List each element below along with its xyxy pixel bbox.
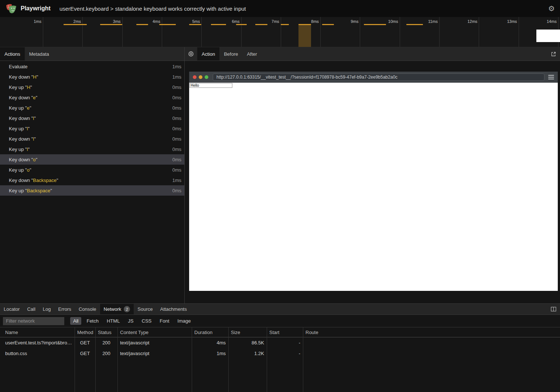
timeline-action-bar — [322, 24, 334, 25]
timeline-action-bar — [64, 24, 87, 25]
column-header[interactable]: Content Type — [117, 330, 192, 335]
tab-network[interactable]: Network2 — [100, 304, 134, 314]
action-title: Key down — [9, 74, 30, 80]
timeline-tick-label: 6ms — [223, 19, 240, 24]
action-row[interactable]: Evaluate1ms — [0, 61, 184, 72]
quote-mark: " — [28, 126, 30, 131]
tab-actions[interactable]: Actions — [0, 47, 25, 61]
table-row[interactable]: button.cssGET200text/javascript1ms1.2K- — [0, 348, 560, 359]
network-toolbar: AllFetchHTMLJSCSSFontImage — [0, 315, 560, 327]
tab-action[interactable]: Action — [197, 47, 219, 61]
filter-chip-font[interactable]: Font — [157, 317, 172, 325]
action-title: Key up — [9, 126, 24, 131]
table-cell: userEvent.test.ts?import&bro… — [0, 340, 75, 345]
close-dot-icon — [193, 75, 197, 79]
filter-chip-js[interactable]: JS — [125, 317, 136, 325]
filter-chip-all[interactable]: All — [70, 317, 81, 325]
tab-source[interactable]: Source — [134, 304, 156, 314]
action-row[interactable]: Key down "l"0ms — [0, 134, 184, 144]
action-list: Evaluate1msKey down "H"1msKey up "H"0msK… — [0, 61, 184, 303]
maximize-dot-icon — [205, 75, 208, 79]
tab-metadata[interactable]: Metadata — [25, 47, 54, 61]
action-row[interactable]: Key up "l"0ms — [0, 123, 184, 134]
timeline-gridline — [519, 17, 519, 47]
filter-chip-fetch[interactable]: Fetch — [83, 317, 102, 325]
timeline-action-bar — [211, 24, 226, 25]
timeline-tick-label: 8ms — [303, 19, 319, 24]
tab-call[interactable]: Call — [23, 304, 39, 314]
column-separator — [75, 327, 75, 392]
table-row[interactable]: userEvent.test.ts?import&bro…GET200text/… — [0, 337, 560, 348]
browser-window-snapshot: http://127.0.0.1:63315/__vitest_test__/?… — [189, 72, 558, 291]
quote-mark: " — [36, 95, 38, 100]
column-header[interactable]: Size — [228, 330, 267, 335]
timeline-tick-label: 2ms — [65, 19, 81, 24]
action-row[interactable]: Key up "Backspace"0ms — [0, 185, 184, 196]
quote-mark: " — [30, 167, 31, 173]
snapshot-panel: ActionBeforeAfter http://127.0.0.1:63315… — [185, 47, 560, 303]
filter-chip-html[interactable]: HTML — [104, 317, 123, 325]
pick-locator-button[interactable] — [185, 47, 197, 61]
quote-mark: " — [30, 105, 31, 111]
action-row[interactable]: Key down "H"1ms — [0, 72, 184, 82]
action-row[interactable]: Key down "Backspace"1ms — [0, 175, 184, 185]
bullseye-icon — [188, 51, 194, 57]
tab-errors[interactable]: Errors — [54, 304, 75, 314]
column-header[interactable]: Route — [303, 330, 560, 335]
column-header[interactable]: Duration — [192, 330, 228, 335]
quote-mark: " — [34, 136, 36, 142]
timeline-gridline — [400, 17, 400, 47]
filter-network-input[interactable] — [3, 317, 64, 325]
timeline-tick-label: 10ms — [382, 19, 398, 24]
table-cell: - — [267, 340, 303, 345]
tab-before[interactable]: Before — [219, 47, 242, 61]
filter-chip-css[interactable]: CSS — [139, 317, 155, 325]
action-row[interactable]: Key up "o"0ms — [0, 165, 184, 175]
tab-locator[interactable]: Locator — [0, 304, 23, 314]
url-text: http://127.0.0.1:63315/__vitest_test__/?… — [216, 75, 397, 80]
toggle-layout-button[interactable] — [547, 304, 560, 314]
timeline-strip[interactable]: 1ms2ms3ms4ms5ms6ms7ms8ms9ms10ms11ms12ms1… — [0, 17, 560, 47]
tab-log[interactable]: Log — [39, 304, 55, 314]
timeline-gridline — [360, 17, 360, 47]
quote-mark: " — [37, 74, 38, 80]
quote-mark: " — [24, 188, 27, 193]
hamburger-icon — [548, 75, 554, 79]
action-row[interactable]: Key down "l"0ms — [0, 113, 184, 123]
column-header[interactable]: Status — [95, 330, 117, 335]
popout-icon — [551, 51, 556, 57]
column-header[interactable]: Name — [0, 330, 75, 335]
filter-chip-image[interactable]: Image — [174, 317, 194, 325]
quote-mark: " — [30, 116, 33, 121]
column-header[interactable]: Start — [267, 330, 303, 335]
quote-mark: " — [24, 167, 27, 173]
open-snapshot-button[interactable] — [547, 47, 560, 61]
action-title: Key up — [9, 105, 24, 111]
action-row[interactable]: Key up "H"0ms — [0, 82, 184, 92]
filmstrip-thumbnail[interactable] — [536, 30, 560, 42]
action-key-text: o — [27, 167, 30, 173]
tab-console[interactable]: Console — [75, 304, 100, 314]
tab-after[interactable]: After — [242, 47, 261, 61]
action-duration: 1ms — [172, 64, 181, 69]
timeline-gridline — [162, 17, 162, 47]
tab-label: After — [247, 51, 257, 57]
action-row[interactable]: Key down "e"0ms — [0, 92, 184, 103]
quote-mark: " — [28, 147, 30, 152]
column-header[interactable]: Method — [75, 330, 95, 335]
action-row[interactable]: Key up "l"0ms — [0, 144, 184, 154]
quote-mark: " — [24, 105, 27, 111]
snapshot-tabs: ActionBeforeAfter — [197, 47, 262, 61]
snapshot-content: http://127.0.0.1:63315/__vitest_test__/?… — [185, 61, 560, 303]
action-duration: 0ms — [172, 116, 181, 121]
action-key-text: e — [27, 105, 30, 111]
network-table-header: NameMethodStatusContent TypeDurationSize… — [0, 327, 560, 337]
action-row[interactable]: Key up "e"0ms — [0, 103, 184, 113]
gear-icon[interactable]: ⚙ — [548, 5, 555, 12]
action-duration: 0ms — [172, 147, 181, 152]
column-separator — [303, 327, 303, 392]
timeline-selected-range — [298, 24, 311, 47]
table-cell: 1ms — [192, 351, 228, 356]
action-row[interactable]: Key down "o"0ms — [0, 154, 184, 165]
tab-attachments[interactable]: Attachments — [156, 304, 190, 314]
